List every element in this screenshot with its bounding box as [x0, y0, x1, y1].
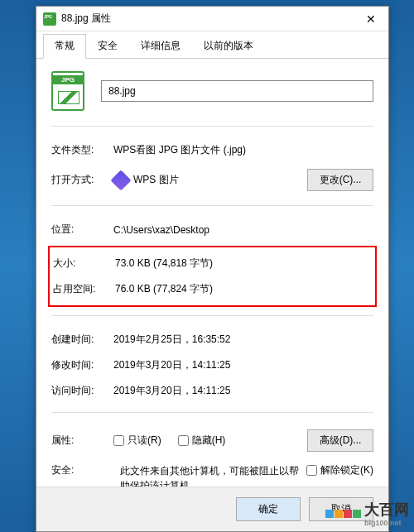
tab-content: 文件类型: WPS看图 JPG 图片文件 (.jpg) 打开方式: WPS 图片…: [36, 59, 388, 507]
opens-with-label: 打开方式:: [51, 173, 113, 187]
size-on-disk-value: 76.0 KB (77,824 字节): [115, 282, 372, 296]
file-type-icon: [51, 71, 84, 111]
filename-input[interactable]: [101, 80, 373, 102]
watermark-logo-icon: [325, 510, 361, 518]
unblock-label: 解除锁定(K): [320, 463, 373, 477]
divider: [51, 412, 373, 413]
size-row: 大小: 73.0 KB (74,818 字节): [50, 251, 375, 276]
tab-general[interactable]: 常规: [43, 34, 86, 59]
annotation-highlight: 大小: 73.0 KB (74,818 字节) 占用空间: 76.0 KB (7…: [48, 246, 377, 307]
hidden-label: 隐藏(H): [192, 434, 226, 448]
accessed-row: 访问时间: 2019年3月20日，14:11:25: [51, 378, 373, 404]
created-row: 创建时间: 2019年2月25日，16:35:52: [51, 327, 373, 352]
size-value: 73.0 KB (74,818 字节): [115, 256, 372, 271]
filename-row: [51, 71, 373, 111]
tab-strip: 常规 安全 详细信息 以前的版本: [36, 31, 388, 59]
advanced-button[interactable]: 高级(D)...: [307, 429, 373, 452]
tab-details[interactable]: 详细信息: [129, 34, 192, 58]
modified-value: 2019年3月20日，14:11:25: [113, 358, 373, 372]
change-app-button[interactable]: 更改(C)...: [307, 169, 373, 191]
watermark-text: 大百网: [364, 501, 409, 518]
opens-with-row: 打开方式: WPS 图片 更改(C)...: [51, 163, 373, 197]
ok-button[interactable]: 确定: [236, 497, 301, 521]
location-label: 位置:: [51, 223, 113, 237]
wps-app-icon: [110, 170, 131, 190]
attributes-label: 属性:: [51, 434, 113, 448]
divider: [51, 205, 373, 206]
jpg-file-icon: [43, 12, 56, 26]
modified-label: 修改时间:: [51, 358, 113, 372]
created-label: 创建时间:: [51, 333, 113, 347]
file-type-value: WPS看图 JPG 图片文件 (.jpg): [113, 143, 373, 157]
created-value: 2019年2月25日，16:35:52: [113, 333, 373, 347]
security-label: 安全:: [51, 463, 113, 477]
location-value: C:\Users\xaz\Desktop: [113, 224, 373, 236]
location-row: 位置: C:\Users\xaz\Desktop: [51, 217, 373, 242]
modified-row: 修改时间: 2019年3月20日，14:11:25: [51, 352, 373, 378]
hidden-checkbox[interactable]: [178, 435, 189, 446]
tab-previous-versions[interactable]: 以前的版本: [192, 34, 265, 58]
size-label: 大小:: [53, 256, 115, 271]
close-button[interactable]: ✕: [354, 7, 388, 31]
size-on-disk-row: 占用空间: 76.0 KB (77,824 字节): [50, 276, 375, 302]
file-type-label: 文件类型:: [51, 143, 113, 157]
hidden-checkbox-group[interactable]: 隐藏(H): [178, 434, 226, 448]
readonly-checkbox-group[interactable]: 只读(R): [113, 434, 161, 448]
accessed-value: 2019年3月20日，14:11:25: [113, 384, 373, 398]
readonly-label: 只读(R): [128, 434, 161, 448]
watermark: 大百网 big100.net: [325, 500, 409, 527]
unblock-checkbox[interactable]: [306, 465, 317, 476]
accessed-label: 访问时间:: [51, 384, 113, 398]
attributes-row: 属性: 只读(R) 隐藏(H) 高级(D)...: [51, 424, 373, 458]
divider: [51, 315, 373, 316]
watermark-subtext: big100.net: [364, 520, 409, 527]
unblock-checkbox-group[interactable]: 解除锁定(K): [306, 463, 373, 477]
window-title: 88.jpg 属性: [61, 12, 354, 26]
properties-dialog: 88.jpg 属性 ✕ 常规 安全 详细信息 以前的版本 文件类型: WPS看图…: [36, 6, 389, 532]
opens-with-value: WPS 图片: [133, 173, 179, 187]
readonly-checkbox[interactable]: [113, 435, 124, 446]
file-type-row: 文件类型: WPS看图 JPG 图片文件 (.jpg): [51, 137, 373, 163]
divider: [51, 126, 373, 127]
titlebar[interactable]: 88.jpg 属性 ✕: [36, 7, 388, 31]
size-on-disk-label: 占用空间:: [53, 282, 115, 296]
tab-security[interactable]: 安全: [86, 34, 129, 58]
